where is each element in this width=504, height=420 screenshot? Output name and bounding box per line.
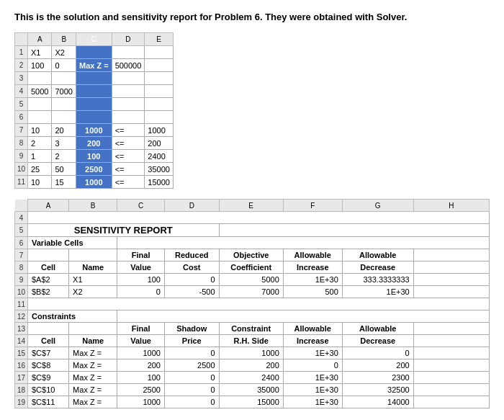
table-row: 11 10 15 1000 <= 15000 [15,176,174,189]
sensitivity-row-4: 4 [15,212,490,224]
table-row: 3 [15,72,174,85]
sensitivity-row-6: 6 Variable Cells [15,237,490,249]
corner-cell [15,33,28,46]
sensitivity-row-12: 12 Constraints [15,310,490,323]
constraints-label: Constraints [28,310,117,323]
table-row: 10 25 50 2500 <= 35000 [15,163,174,176]
table-row: 4 5000 7000 [15,85,174,98]
col-b-header: B [52,33,76,46]
col-d-header: D [112,33,145,46]
table-row: 2 100 0 Max Z = 500000 [15,59,174,72]
table-row: 5 [15,98,174,111]
sensitivity-section: A B C D E F G H 4 5 SENSITIVITY REPORT 6… [14,199,490,408]
sensitivity-col-headers: A B C D E F G H [15,200,490,212]
sensitivity-row-10: 10 $B$2 X2 0 -500 7000 500 1E+30 [15,286,490,298]
table-row: 9 1 2 100 <= 2400 [15,150,174,163]
sensitivity-row-11: 11 [15,298,490,310]
spreadsheet-table: A B C D E 1 X1 X2 2 100 0 Max Z = 500000… [14,32,174,189]
table-row: 7 10 20 1000 <= 1000 [15,124,174,137]
sensitivity-row-8: 8 Cell Name Value Cost Coefficient Incre… [15,262,490,274]
col-c-header: C [76,33,112,46]
sensitivity-title: SENSITIVITY REPORT [28,224,220,237]
table-row: 6 [15,111,174,124]
sensitivity-row-16: 16 $C$8 Max Z = 200 2500 200 0 200 [15,359,490,372]
sensitivity-row-14: 14 Cell Name Value Price R.H. Side Incre… [15,335,490,347]
sensitivity-row-7: 7 Final Reduced Objective Allowable Allo… [15,249,490,262]
sensitivity-row-15: 15 $C$7 Max Z = 1000 0 1000 1E+30 0 [15,347,490,359]
sensitivity-row-13: 13 Final Shadow Constraint Allowable All… [15,323,490,335]
sensitivity-row-5: 5 SENSITIVITY REPORT [15,224,490,237]
col-a-header: A [28,33,52,46]
variable-cells-label: Variable Cells [28,237,117,249]
table-row: 8 2 3 200 <= 200 [15,137,174,150]
page-header: This is the solution and sensitivity rep… [14,11,490,24]
sensitivity-row-18: 18 $C$10 Max Z = 2500 0 35000 1E+30 3250… [15,384,490,396]
col-e-header: E [145,33,174,46]
sensitivity-row-9: 9 $A$2 X1 100 0 5000 1E+30 333.3333333 [15,274,490,286]
table-row: 1 X1 X2 [15,46,174,59]
sensitivity-table: A B C D E F G H 4 5 SENSITIVITY REPORT 6… [14,199,490,408]
sensitivity-row-17: 17 $C$9 Max Z = 100 0 2400 1E+30 2300 [15,372,490,384]
sensitivity-row-19: 19 $C$11 Max Z = 1000 0 15000 1E+30 1400… [15,396,490,408]
